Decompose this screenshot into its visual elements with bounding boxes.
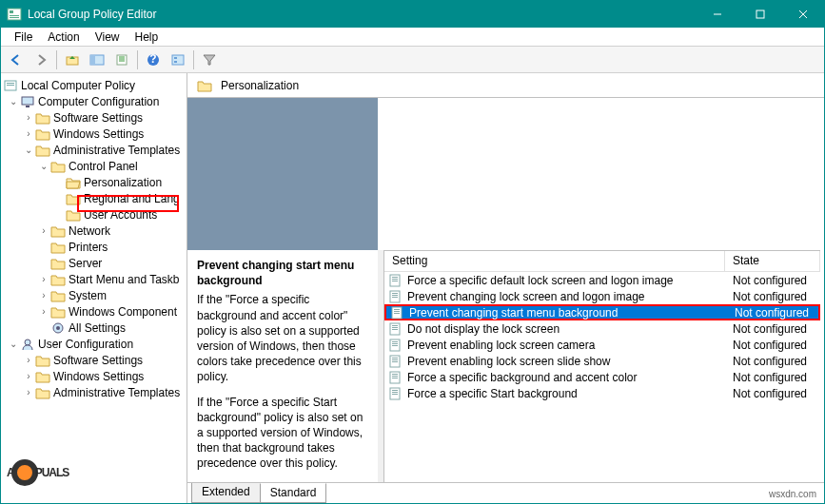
expand-icon[interactable]: ⌄ — [7, 96, 20, 107]
tree-network[interactable]: › Network — [3, 223, 185, 239]
tree-all-settings[interactable]: All Settings — [3, 320, 185, 336]
setting-row[interactable]: Prevent changing start menu backgroundNo… — [384, 304, 820, 320]
setting-row[interactable]: Do not display the lock screenNot config… — [384, 320, 820, 337]
breadcrumb: Personalization — [187, 73, 824, 98]
svg-rect-14 — [172, 55, 184, 65]
svg-rect-36 — [394, 313, 400, 314]
setting-state: Not configured — [725, 387, 820, 400]
svg-rect-0 — [8, 9, 21, 20]
back-button[interactable] — [5, 49, 28, 70]
folder-icon — [35, 354, 50, 367]
folder-icon — [35, 370, 50, 383]
setting-row[interactable]: Prevent enabling lock screen slide showN… — [384, 353, 820, 369]
svg-rect-18 — [7, 83, 14, 84]
svg-rect-47 — [392, 359, 398, 360]
svg-rect-19 — [7, 85, 14, 86]
setting-row[interactable]: Force a specific background and accent c… — [384, 369, 820, 385]
tree-user-accounts[interactable]: User Accounts — [3, 206, 185, 223]
tree-admin-templates[interactable]: ⌄ Administrative Templates — [3, 142, 185, 158]
tree-user-windows[interactable]: › Windows Settings — [3, 368, 185, 384]
list-body[interactable]: Force a specific default lock screen and… — [384, 272, 820, 501]
setting-row[interactable]: Force a specific Start backgroundNot con… — [384, 385, 820, 401]
tree-personalization[interactable]: Personalization — [3, 174, 185, 190]
folder-icon — [50, 241, 66, 254]
setting-row[interactable]: Prevent enabling lock screen cameraNot c… — [384, 337, 820, 353]
setting-state: Not configured — [725, 339, 820, 352]
expand-icon[interactable]: › — [37, 274, 50, 284]
setting-row[interactable]: Force a specific default lock screen and… — [384, 272, 820, 288]
menu-view[interactable]: View — [88, 29, 128, 46]
svg-rect-50 — [392, 374, 398, 375]
tree-start-menu[interactable]: › Start Menu and Taskb — [3, 271, 185, 287]
help-button[interactable]: ? — [142, 49, 165, 70]
tab-standard[interactable]: Standard — [260, 483, 327, 503]
maximize-button[interactable] — [738, 1, 781, 28]
toolbar: ? — [1, 47, 824, 73]
expand-icon[interactable]: › — [37, 290, 50, 300]
svg-point-24 — [25, 339, 30, 345]
tree-root[interactable]: Local Computer Policy — [3, 77, 185, 93]
settings-icon — [50, 321, 66, 335]
expand-icon[interactable]: ⌄ — [37, 161, 50, 171]
svg-rect-31 — [392, 295, 398, 296]
tree-regional[interactable]: Regional and Lang — [3, 190, 185, 206]
expand-icon[interactable]: › — [22, 128, 35, 139]
column-state[interactable]: State — [725, 251, 820, 271]
folder-icon — [50, 289, 66, 302]
svg-rect-34 — [394, 309, 400, 310]
folder-icon — [50, 305, 66, 319]
policy-icon — [390, 306, 405, 320]
tree-server[interactable]: Server — [3, 255, 185, 271]
expand-icon[interactable]: ⌄ — [7, 339, 20, 349]
tree-control-panel[interactable]: ⌄ Control Panel — [3, 158, 185, 174]
forward-button[interactable] — [29, 49, 52, 70]
setting-row[interactable]: Prevent changing lock screen and logon i… — [384, 288, 820, 304]
folder-icon — [35, 386, 50, 399]
close-button[interactable] — [781, 1, 824, 28]
tree-user-config[interactable]: ⌄ User Configuration — [3, 336, 185, 352]
up-folder-button[interactable] — [61, 49, 84, 70]
folder-icon — [66, 208, 81, 222]
menu-action[interactable]: Action — [40, 29, 87, 46]
tree-system[interactable]: › System — [3, 287, 185, 303]
policy-icon — [388, 322, 403, 336]
tree-software-settings[interactable]: › Software Settings — [3, 109, 185, 126]
expand-icon[interactable]: › — [22, 112, 35, 123]
expand-icon[interactable]: › — [22, 387, 35, 397]
policy-icon — [388, 339, 403, 352]
policy-icon — [388, 371, 403, 384]
svg-rect-48 — [392, 361, 398, 362]
tree-windows-components[interactable]: › Windows Component — [3, 303, 185, 320]
filter-button[interactable] — [198, 49, 221, 70]
expand-icon[interactable]: › — [22, 371, 35, 381]
breadcrumb-label: Personalization — [221, 79, 299, 92]
expand-icon[interactable]: › — [22, 355, 35, 365]
svg-rect-21 — [26, 106, 29, 107]
policy-icon — [388, 274, 403, 287]
expand-icon[interactable]: › — [37, 225, 50, 236]
description-text-2: If the "Force a specific Start backgroun… — [197, 395, 368, 472]
policy-icon — [3, 79, 18, 92]
tree-printers[interactable]: Printers — [3, 239, 185, 255]
expand-icon[interactable]: › — [37, 306, 50, 317]
setting-name: Prevent changing start menu background — [409, 306, 618, 320]
svg-point-23 — [56, 326, 60, 330]
export-button[interactable] — [110, 49, 133, 70]
tree-user-admin-templates[interactable]: › Administrative Templates — [3, 384, 185, 400]
minimize-button[interactable] — [696, 1, 738, 28]
column-setting[interactable]: Setting — [384, 251, 725, 271]
separator — [56, 50, 57, 69]
main-split: Local Computer Policy ⌄ Computer Configu… — [1, 73, 824, 503]
separator — [193, 50, 194, 69]
expand-icon[interactable]: ⌄ — [22, 145, 35, 155]
show-hide-tree-button[interactable] — [86, 49, 108, 70]
tab-extended[interactable]: Extended — [191, 483, 261, 503]
tree-pane[interactable]: Local Computer Policy ⌄ Computer Configu… — [1, 73, 187, 503]
menu-help[interactable]: Help — [128, 29, 167, 46]
tree-windows-settings[interactable]: › Windows Settings — [3, 126, 185, 142]
svg-rect-5 — [756, 10, 764, 18]
tree-computer-config[interactable]: ⌄ Computer Configuration — [3, 93, 185, 109]
properties-button[interactable] — [167, 49, 189, 70]
tree-user-software[interactable]: › Software Settings — [3, 352, 185, 368]
menu-file[interactable]: File — [7, 29, 40, 46]
